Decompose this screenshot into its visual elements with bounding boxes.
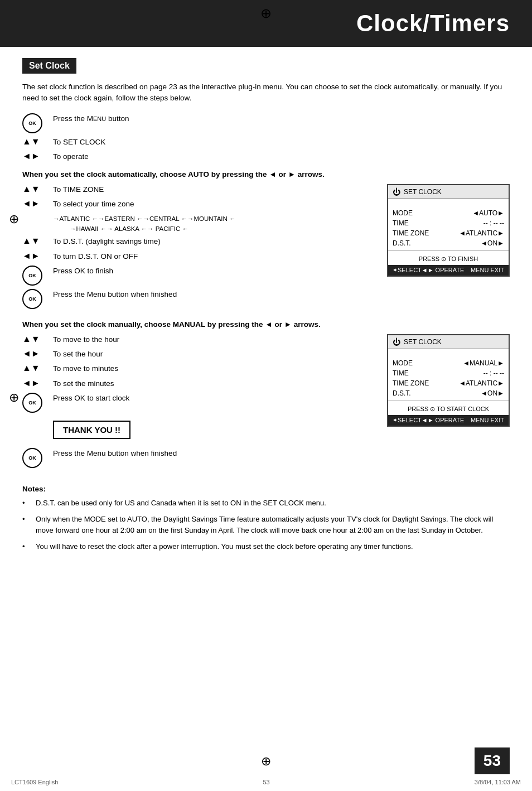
manual-dst-label: D.S.T.	[393, 389, 411, 397]
manual-mode-value: ◄MANUAL►	[463, 359, 504, 367]
manual-tv-display: ⏻ SET CLOCK MODE ◄MANUAL► TIME -- : -- -…	[387, 334, 510, 427]
auto-step-5-icon: OK	[22, 266, 53, 286]
auto-display-header: ⏻ SET CLOCK	[388, 185, 509, 199]
basic-step-2: ▲▼ To SET CLOCK	[22, 137, 510, 148]
manual-step-1: ▲▼ To move to the hour	[22, 334, 376, 345]
manual-display-row-time: TIME -- : -- --	[388, 368, 509, 378]
manual-step-3: ▲▼ To move to minutes	[22, 363, 376, 374]
note-text-1: D.S.T. can be used only for US and Canad…	[36, 498, 326, 509]
note-item-3: • You will have to reset the clock after…	[22, 541, 510, 552]
auto-time-label: TIME	[393, 219, 409, 227]
manual-display-row-timezone: TIME ZONE ◄ATLANTIC►	[388, 378, 509, 388]
up-down-arrow-icon: ▲▼	[22, 137, 53, 147]
auto-timezone-value: ◄ATLANTIC►	[459, 229, 504, 237]
auto-step-6-icon: OK	[22, 289, 53, 309]
manual-step-1-text: To move to the hour	[53, 334, 376, 345]
manual-step-1-icon: ▲▼	[22, 334, 53, 344]
auto-step-4-icon: ◄►	[22, 251, 53, 261]
auto-step-4-text: To turn D.S.T. ON or OFF	[53, 251, 376, 262]
basic-step-3: ◄► To operate	[22, 151, 510, 162]
section-title: Set Clock	[22, 58, 76, 74]
ok-button-symbol-auto: OK	[22, 266, 42, 286]
manual-steps-col: ▲▼ To move to the hour ◄► To set the hou…	[22, 334, 376, 471]
manual-display-header-text: SET CLOCK	[404, 338, 442, 346]
manual-step-5-icon: OK	[22, 393, 53, 413]
auto-display-body: MODE ◄AUTO► TIME -- : -- -- TIME ZONE ◄A…	[388, 199, 509, 265]
page-number: 53	[475, 747, 510, 774]
power-icon-auto: ⏻	[393, 187, 400, 196]
manual-section-heading: When you set the clock manually, choose …	[22, 320, 510, 329]
manual-display-header: ⏻ SET CLOCK	[388, 335, 509, 349]
note-text-3: You will have to reset the clock after a…	[36, 541, 413, 552]
auto-press-row: PRESS ⊙ TO FINISH	[388, 253, 509, 265]
manual-press-row: PRESS ⊙ TO START CLOCK	[388, 403, 509, 415]
manual-timezone-value: ◄ATLANTIC►	[459, 379, 504, 387]
manual-step-2-text: To set the hour	[53, 349, 376, 360]
note-item-1: • D.S.T. can be used only for US and Can…	[22, 498, 510, 509]
manual-step-4: ◄► To set the minutes	[22, 378, 376, 389]
top-compass-icon: ⊕	[260, 6, 272, 21]
manual-step-3-icon: ▲▼	[22, 363, 53, 373]
manual-divider	[388, 401, 509, 401]
menu-btn-icon: OK	[22, 113, 53, 133]
auto-mode-value: ◄AUTO►	[472, 209, 504, 217]
manual-section-content: ▲▼ To move to the hour ◄► To set the hou…	[22, 334, 510, 471]
auto-display-row-dst: D.S.T. ◄ON►	[388, 238, 509, 248]
manual-footer-right: MENU EXIT	[471, 417, 504, 424]
manual-step-4-text: To set the minutes	[53, 378, 376, 389]
manual-time-value: -- : -- --	[483, 369, 504, 377]
note-bullet-3: •	[22, 541, 31, 552]
manual-dst-value: ◄ON►	[481, 389, 504, 397]
manual-display-footer: ✦SELECT◄► OPERATE MENU EXIT	[388, 415, 509, 426]
auto-time-value: -- : -- --	[483, 219, 504, 227]
notes-section: Notes: • D.S.T. can be used only for US …	[22, 485, 510, 552]
auto-mode-label: MODE	[393, 209, 413, 217]
auto-step-5: OK Press OK to finish	[22, 266, 376, 286]
left-right-arrow-icon: ◄►	[22, 151, 53, 161]
manual-step-2-icon: ◄►	[22, 349, 53, 359]
auto-display-footer: ✦SELECT◄► OPERATE MENU EXIT	[388, 265, 509, 276]
auto-step-6: OK Press the Menu button when finished	[22, 289, 376, 309]
auto-step-5-text: Press OK to finish	[53, 266, 376, 277]
auto-step-2-icon: ◄►	[22, 199, 53, 209]
page-title: Clock/Timers	[0, 10, 510, 37]
ok-button-symbol-manual: OK	[22, 393, 42, 413]
basic-step-1-text: Press the MENU button	[53, 113, 510, 124]
auto-step-1-icon: ▲▼	[22, 184, 53, 194]
auto-step-1-text: To TIME ZONE	[53, 184, 376, 195]
manual-footer-left: ✦SELECT◄► OPERATE	[393, 417, 464, 424]
auto-step-3-text: To D.S.T. (daylight savings time)	[53, 236, 376, 247]
manual-display-col: ⏻ SET CLOCK MODE ◄MANUAL► TIME -- : -- -…	[387, 334, 510, 427]
page-footer: LCT1609 English 53 3/8/04, 11:03 AM	[0, 779, 532, 785]
auto-section-content: ▲▼ To TIME ZONE ◄► To select your time z…	[22, 184, 510, 312]
manual-step-2: ◄► To set the hour	[22, 349, 376, 360]
auto-section-heading: When you set the clock automatically, ch…	[22, 170, 510, 179]
basic-step-2-text: To SET CLOCK	[53, 137, 510, 148]
auto-step-1: ▲▼ To TIME ZONE	[22, 184, 376, 195]
note-item-2: • Only when the MODE set to AUTO, the Da…	[22, 514, 510, 536]
menu-button-symbol-manual: OK	[22, 448, 42, 468]
basic-step-3-text: To operate	[53, 151, 510, 162]
auto-press-text: PRESS ⊙ TO FINISH	[419, 255, 478, 262]
auto-display-row-mode: MODE ◄AUTO►	[388, 208, 509, 218]
auto-timezone-label: TIME ZONE	[393, 229, 429, 237]
auto-tv-display: ⏻ SET CLOCK MODE ◄AUTO► TIME -- : -- -- …	[387, 184, 510, 277]
footer-left: LCT1609 English	[11, 779, 58, 785]
auto-steps-col: ▲▼ To TIME ZONE ◄► To select your time z…	[22, 184, 376, 312]
auto-dst-label: D.S.T.	[393, 239, 411, 247]
menu-button-symbol-auto: OK	[22, 289, 42, 309]
timezone-line-1: →ATLANTIC ←→EASTERN ←→CENTRAL ←→MOUNTAIN…	[53, 214, 376, 224]
auto-footer-left: ✦SELECT◄► OPERATE	[393, 267, 464, 274]
power-icon-manual: ⏻	[393, 337, 400, 346]
manual-display-row-mode: MODE ◄MANUAL►	[388, 358, 509, 368]
manual-step-5: OK Press OK to start clock	[22, 393, 376, 413]
left-compass-icon-1: ⊕	[9, 212, 19, 226]
manual-mode-label: MODE	[393, 359, 413, 367]
auto-dst-value: ◄ON►	[481, 239, 504, 247]
auto-divider	[388, 250, 509, 251]
main-content: Set Clock The set clock function is desc…	[0, 47, 532, 569]
manual-step-7-icon: OK	[22, 448, 53, 468]
auto-step-2: ◄► To select your time zone	[22, 199, 376, 210]
manual-step-3-text: To move to minutes	[53, 363, 376, 374]
timezone-line-2: →HAWAII ←→ ALASKA ←→ PACIFIC ←	[53, 224, 376, 234]
